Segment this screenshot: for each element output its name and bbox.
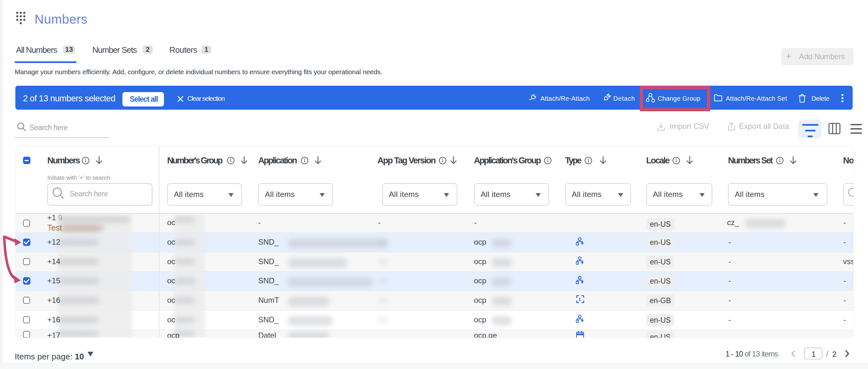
svg-text:1: 1 — [579, 297, 581, 302]
